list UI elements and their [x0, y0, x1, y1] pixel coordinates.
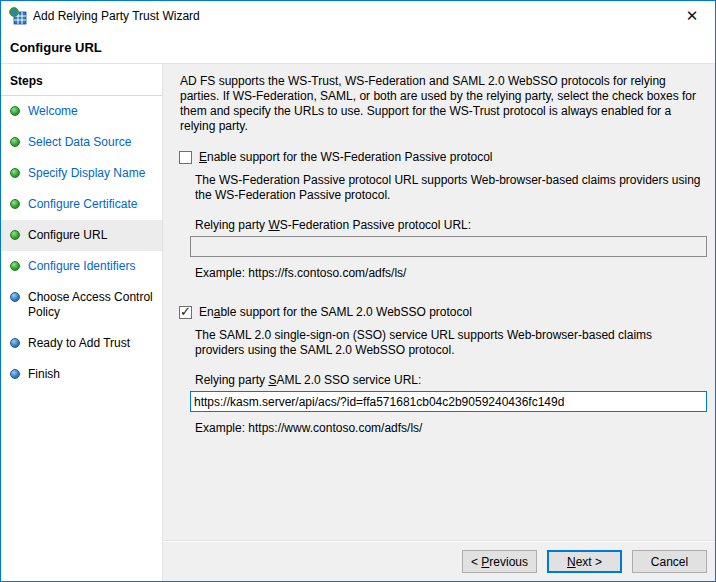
- button-bar: < Previous Next > Cancel: [163, 541, 715, 581]
- step-completed-dot-icon: [10, 137, 20, 147]
- saml-example-text: Example: https://www.contoso.com/adfs/ls…: [195, 421, 703, 435]
- sidebar-item-ready-to-add-trust[interactable]: Ready to Add Trust: [1, 328, 162, 359]
- add-relying-party-trust-wizard-dialog: Add Relying Party Trust Wizard ✕ Configu…: [0, 0, 716, 582]
- step-completed-dot-icon: [10, 168, 20, 178]
- wsfed-enable-label[interactable]: Enable support for the WS-Federation Pas…: [199, 150, 493, 164]
- step-completed-dot-icon: [10, 199, 20, 209]
- title-bar: Add Relying Party Trust Wizard ✕: [1, 1, 715, 31]
- wsfed-url-input: [190, 236, 707, 257]
- wsfed-enable-checkbox[interactable]: [179, 151, 192, 164]
- step-future-dot-icon: [10, 369, 20, 379]
- saml-description: The SAML 2.0 single-sign-on (SSO) servic…: [195, 328, 703, 358]
- sidebar-item-finish[interactable]: Finish: [1, 359, 162, 390]
- wsfed-example-text: Example: https://fs.contoso.com/adfs/ls/: [195, 266, 703, 280]
- wsfed-checkbox-row: Enable support for the WS-Federation Pas…: [179, 150, 707, 164]
- step-future-dot-icon: [10, 292, 20, 302]
- dialog-body: Steps Welcome Select Data Source Specify…: [1, 63, 715, 581]
- wsfed-description: The WS-Federation Passive protocol URL s…: [195, 173, 703, 203]
- adfs-wizard-icon: [9, 7, 27, 25]
- page-title: Configure URL: [10, 40, 102, 55]
- sidebar-item-choose-access-control-policy[interactable]: Choose Access Control Policy: [1, 282, 162, 328]
- saml-enable-label[interactable]: Enable support for the SAML 2.0 WebSSO p…: [199, 305, 472, 319]
- next-button[interactable]: Next >: [547, 550, 622, 573]
- sidebar-item-configure-identifiers[interactable]: Configure Identifiers: [1, 251, 162, 282]
- main-panel: AD FS supports the WS-Trust, WS-Federati…: [163, 64, 715, 581]
- sidebar-item-configure-certificate[interactable]: Configure Certificate: [1, 189, 162, 220]
- previous-button[interactable]: < Previous: [462, 550, 537, 573]
- intro-text: AD FS supports the WS-Trust, WS-Federati…: [180, 74, 705, 134]
- sidebar-item-specify-display-name[interactable]: Specify Display Name: [1, 158, 162, 189]
- step-current-dot-icon: [10, 230, 20, 240]
- step-completed-dot-icon: [10, 106, 20, 116]
- saml-enable-checkbox[interactable]: [179, 306, 192, 319]
- sidebar-item-welcome[interactable]: Welcome: [1, 96, 162, 127]
- steps-sidebar: Steps Welcome Select Data Source Specify…: [1, 64, 163, 581]
- close-icon[interactable]: ✕: [677, 4, 707, 28]
- page-header: Configure URL: [1, 31, 715, 63]
- steps-heading: Steps: [1, 70, 162, 96]
- window-title: Add Relying Party Trust Wizard: [33, 9, 200, 23]
- sidebar-item-configure-url[interactable]: Configure URL: [1, 220, 162, 251]
- cancel-button[interactable]: Cancel: [632, 550, 707, 573]
- step-completed-dot-icon: [10, 261, 20, 271]
- saml-checkbox-row: Enable support for the SAML 2.0 WebSSO p…: [179, 305, 707, 319]
- saml-url-label: Relying party SAML 2.0 SSO service URL:: [195, 373, 703, 387]
- sidebar-item-select-data-source[interactable]: Select Data Source: [1, 127, 162, 158]
- saml-url-input[interactable]: [190, 391, 707, 412]
- wsfed-url-label: Relying party WS-Federation Passive prot…: [195, 218, 703, 232]
- step-future-dot-icon: [10, 338, 20, 348]
